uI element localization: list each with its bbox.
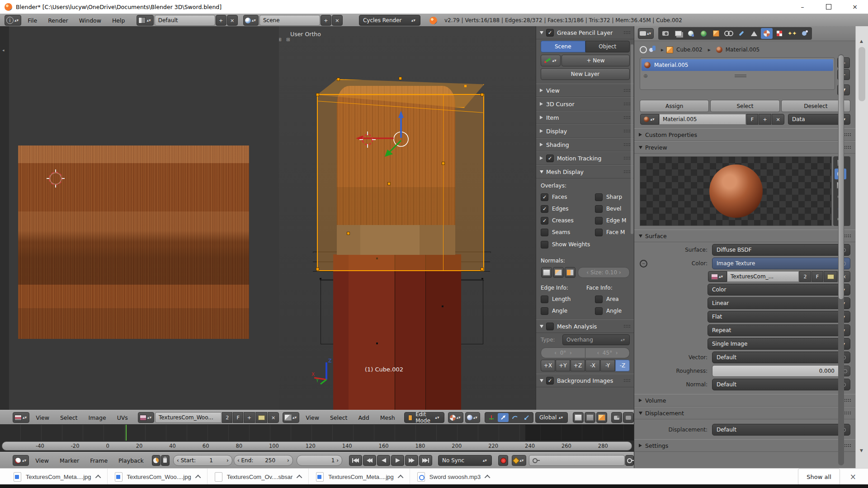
uv-image-new-button[interactable]: + bbox=[244, 412, 255, 423]
overlay-facem-checkbox[interactable] bbox=[595, 229, 603, 236]
jump-end-button[interactable] bbox=[419, 455, 432, 466]
color-space-select[interactable]: Color▲▼ bbox=[708, 284, 850, 296]
gp-tab-scene[interactable]: Scene bbox=[541, 41, 585, 52]
play-button[interactable] bbox=[391, 455, 404, 466]
uv-image-users-button[interactable]: 2 bbox=[222, 412, 232, 423]
normal-select[interactable]: Default bbox=[712, 379, 850, 390]
source-select[interactable]: Single Image▲▼ bbox=[708, 338, 850, 350]
properties-scrollbar[interactable] bbox=[838, 54, 844, 465]
displacement-select[interactable]: Default bbox=[712, 424, 850, 436]
image-fake-user-button[interactable]: F bbox=[811, 271, 823, 282]
new-material-button[interactable]: + bbox=[759, 114, 771, 125]
roughness-slider[interactable]: 0.000 bbox=[712, 365, 839, 377]
uv-menu-image[interactable]: Image bbox=[88, 414, 106, 421]
panel-3d-cursor[interactable]: 3D Cursor bbox=[536, 97, 634, 111]
panel-item[interactable]: Item bbox=[536, 111, 634, 124]
overlay-sharp-checkbox[interactable] bbox=[595, 193, 603, 201]
menu-help[interactable]: Help bbox=[112, 17, 125, 24]
face-area-checkbox[interactable] bbox=[595, 296, 603, 303]
uv-image-open-button[interactable] bbox=[255, 412, 267, 423]
transform-manipulator[interactable] bbox=[338, 87, 446, 178]
normals-face-button[interactable] bbox=[565, 267, 576, 278]
overlay-creases-checkbox[interactable]: ✓ bbox=[541, 217, 548, 225]
assign-button[interactable]: Assign bbox=[640, 100, 709, 112]
render-opengl-anim-button[interactable] bbox=[623, 412, 634, 423]
timeline-track[interactable] bbox=[0, 424, 634, 441]
panel-view[interactable]: View bbox=[536, 84, 634, 97]
overlay-bevel-checkbox[interactable] bbox=[595, 205, 603, 213]
outer-scrollbar-strip[interactable]: ▲ ▼ bbox=[855, 26, 868, 468]
menu-file[interactable]: File bbox=[28, 17, 37, 24]
vector-select[interactable]: Default bbox=[712, 352, 850, 363]
keying-set-field[interactable] bbox=[529, 455, 625, 466]
edge-length-checkbox[interactable] bbox=[541, 296, 548, 303]
download-item-2[interactable]: TexturesCom_Woo....jpg bbox=[108, 469, 208, 485]
panel-preview[interactable]: Preview bbox=[634, 141, 856, 154]
panel-volume[interactable]: Volume bbox=[634, 394, 856, 407]
chevron-up-icon[interactable] bbox=[485, 474, 491, 480]
extension-select[interactable]: Repeat▲▼ bbox=[708, 324, 850, 336]
normals-vertex-button[interactable] bbox=[541, 267, 552, 278]
mode-select[interactable]: Edit Mode▲▼ bbox=[404, 412, 444, 423]
normals-size-slider[interactable]: ‹ Size: 0.10 › bbox=[578, 267, 630, 278]
panel-background-images[interactable]: ✓Background Images bbox=[536, 374, 634, 387]
region-split-icon-2[interactable]: ⊞ bbox=[286, 37, 290, 42]
maximize-button[interactable] bbox=[816, 0, 842, 14]
delete-layout-button[interactable]: × bbox=[227, 15, 238, 26]
tab-scene-icon[interactable] bbox=[685, 28, 697, 39]
overhang-max-slider[interactable]: ‹ 45° › bbox=[585, 347, 630, 358]
n-panel-scrollbar[interactable] bbox=[631, 44, 633, 234]
download-item-3[interactable]: TexturesCom_Ov....sbsar bbox=[208, 469, 309, 485]
panel-grip-icon[interactable] bbox=[623, 31, 631, 34]
tab-object-icon[interactable] bbox=[710, 28, 722, 39]
gp-tab-object[interactable]: Object bbox=[585, 41, 630, 52]
render-opengl-button[interactable] bbox=[611, 412, 622, 423]
delete-scene-button[interactable]: × bbox=[332, 15, 343, 26]
panel-settings[interactable]: Settings bbox=[634, 439, 856, 452]
uv-image-unlink-button[interactable]: × bbox=[268, 412, 279, 423]
prev-keyframe-button[interactable] bbox=[363, 455, 376, 466]
minimize-button[interactable]: – bbox=[789, 0, 816, 14]
manipulator-axis-icon[interactable] bbox=[486, 413, 497, 422]
face-angle-checkbox[interactable] bbox=[595, 307, 603, 315]
tab-world-icon[interactable] bbox=[698, 28, 709, 39]
material-browse-button[interactable]: ▲▼ bbox=[640, 114, 659, 125]
snap-cube-button[interactable] bbox=[596, 412, 607, 423]
tab-render-layers-icon[interactable] bbox=[672, 28, 684, 39]
uv-image-editor[interactable] bbox=[9, 26, 279, 410]
next-keyframe-button[interactable] bbox=[405, 455, 418, 466]
jump-start-button[interactable] bbox=[349, 455, 362, 466]
overlay-edges-checkbox[interactable]: ✓ bbox=[541, 205, 548, 213]
start-frame-field[interactable]: ‹ Start:1› bbox=[173, 455, 232, 466]
end-frame-field[interactable]: ‹ End:250› bbox=[234, 455, 293, 466]
motion-tracking-checkbox[interactable]: ✓ bbox=[546, 155, 554, 162]
interpolation-select[interactable]: Linear▲▼ bbox=[708, 297, 850, 309]
panel-mesh-display[interactable]: Mesh Display bbox=[536, 165, 634, 178]
tab-particles-icon[interactable]: ✦✦ bbox=[786, 28, 798, 39]
menu-window[interactable]: Window bbox=[79, 17, 101, 24]
material-slot-name[interactable]: Material.005 bbox=[654, 62, 688, 68]
axis-plus-y-button[interactable]: +Y bbox=[556, 360, 570, 371]
region-split-icon[interactable]: ⊞ bbox=[279, 37, 281, 42]
list-resize-grip[interactable] bbox=[735, 75, 746, 77]
show-all-button[interactable]: Show all bbox=[798, 469, 840, 485]
chevron-up-icon[interactable] bbox=[297, 474, 302, 480]
image-browse-button[interactable]: ▲▼ bbox=[708, 271, 727, 282]
menu-render[interactable]: Render bbox=[48, 17, 68, 24]
mesh-analysis-type-select[interactable]: Overhang▲▼ bbox=[562, 334, 630, 345]
scene-icon-button[interactable]: ▲▼ bbox=[243, 15, 259, 26]
edge-angle-checkbox[interactable] bbox=[541, 307, 548, 315]
download-item-5[interactable]: Sword swoosh.mp3 bbox=[410, 469, 496, 485]
uv-image-fake-button[interactable]: F bbox=[233, 412, 243, 423]
projection-select[interactable]: Flat▲▼ bbox=[708, 311, 850, 323]
show-weights-checkbox[interactable] bbox=[541, 241, 548, 249]
region-expand-icon[interactable]: ◂ bbox=[2, 48, 5, 52]
properties-editor-selector[interactable]: ▲▼ bbox=[638, 28, 654, 39]
viewport-3d[interactable]: User Ortho ⊞ ⊞ bbox=[279, 26, 536, 410]
download-item-1[interactable]: TexturesCom_Meta....jpg bbox=[6, 469, 108, 485]
panel-grip-icon[interactable] bbox=[623, 89, 631, 92]
manipulator-scale-icon[interactable] bbox=[521, 413, 532, 422]
overhang-min-slider[interactable]: ‹ 0° › bbox=[541, 347, 585, 358]
uv-image-name-field[interactable]: TexturesCom_Woo... bbox=[155, 412, 222, 423]
tl-menu-view[interactable]: View bbox=[35, 457, 49, 464]
